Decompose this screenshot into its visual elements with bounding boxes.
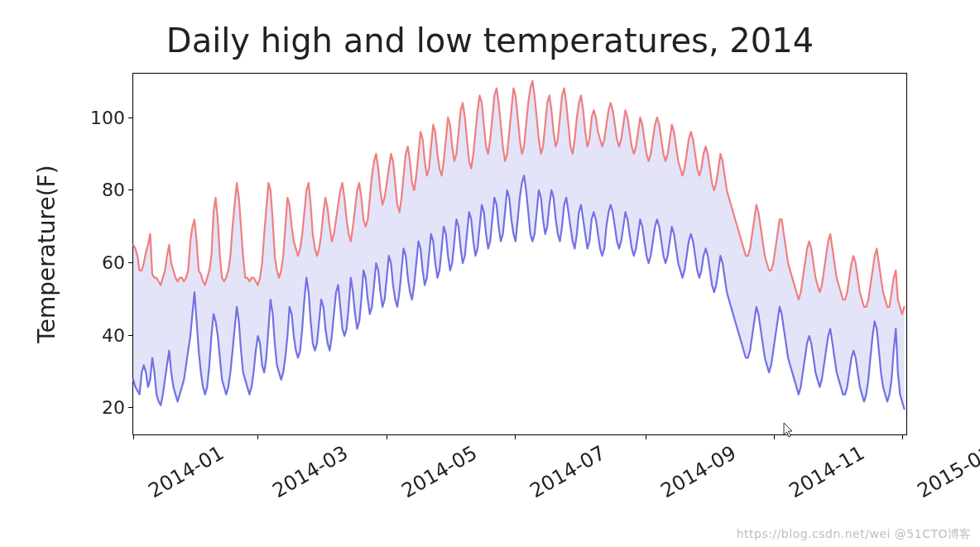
- x-tick-label: 2014-05: [397, 441, 481, 502]
- x-tick-mark: [774, 434, 775, 439]
- y-tick-mark: [128, 262, 133, 263]
- y-tick-label: 80: [102, 180, 125, 200]
- x-tick-mark: [646, 434, 646, 439]
- y-tick-label: 100: [90, 107, 125, 127]
- y-tick-mark: [128, 118, 133, 118]
- y-tick-label: 60: [102, 252, 125, 272]
- x-tick-mark: [133, 434, 134, 439]
- y-tick-label: 20: [102, 397, 125, 418]
- y-axis-label: Temperature(F): [33, 73, 58, 435]
- chart-title: Daily high and low temperatures, 2014: [0, 22, 980, 60]
- x-tick-label: 2014-07: [526, 441, 609, 502]
- x-tick-mark: [902, 434, 903, 439]
- x-tick-label: 2014-01: [144, 441, 228, 502]
- x-tick-mark: [257, 434, 258, 439]
- y-tick-mark: [128, 190, 133, 190]
- watermark-text: https://blog.csdn.net/wei @51CTO博客: [737, 527, 972, 542]
- chart-svg: [133, 74, 906, 434]
- plot-area: 204060801002014-012014-032014-052014-072…: [132, 73, 907, 435]
- y-tick-mark: [128, 407, 133, 408]
- x-tick-label: 2014-09: [656, 441, 740, 502]
- x-tick-label: 2014-11: [785, 441, 869, 502]
- x-tick-label: 2015-01: [914, 441, 980, 502]
- figure: Daily high and low temperatures, 2014 Te…: [0, 0, 980, 547]
- y-tick-label: 40: [102, 324, 125, 345]
- x-tick-label: 2014-03: [269, 441, 353, 502]
- x-tick-mark: [387, 434, 387, 439]
- x-tick-mark: [515, 434, 516, 439]
- y-tick-mark: [128, 335, 133, 336]
